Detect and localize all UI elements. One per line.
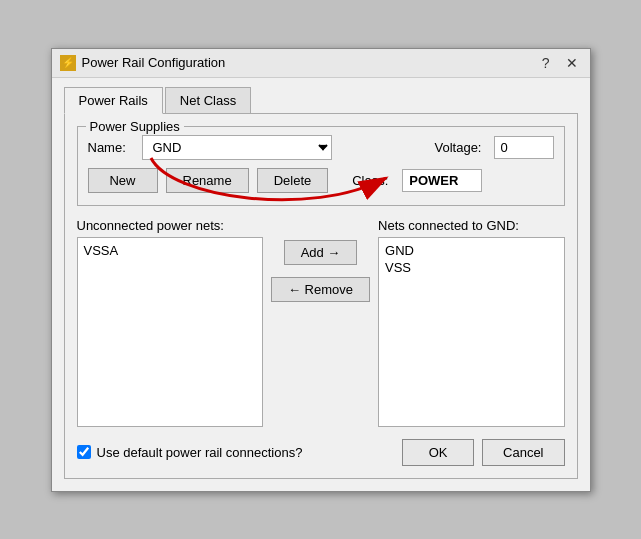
name-select-wrapper: GND — [142, 135, 332, 160]
rename-button[interactable]: Rename — [166, 168, 249, 193]
new-button[interactable]: New — [88, 168, 158, 193]
buttons-class-row: New Rename Delete Class: — [88, 168, 554, 193]
middle-buttons: Add → ← Remove — [271, 218, 370, 302]
default-connections-checkbox[interactable] — [77, 445, 91, 459]
tab-net-class[interactable]: Net Class — [165, 87, 251, 114]
connected-panel: Nets connected to GND: GND VSS — [378, 218, 564, 427]
checkbox-row: Use default power rail connections? — [77, 445, 303, 460]
title-bar-left: ⚡ Power Rail Configuration — [60, 55, 226, 71]
tab-bar: Power Rails Net Class — [64, 86, 578, 113]
voltage-input[interactable] — [494, 136, 554, 159]
main-window: ⚡ Power Rail Configuration ? ✕ Power Rai… — [51, 48, 591, 492]
close-button[interactable]: ✕ — [562, 55, 582, 71]
class-input[interactable] — [402, 169, 482, 192]
checkbox-label[interactable]: Use default power rail connections? — [97, 445, 303, 460]
cancel-button[interactable]: Cancel — [482, 439, 564, 466]
connected-list[interactable]: GND VSS — [378, 237, 564, 427]
title-bar: ⚡ Power Rail Configuration ? ✕ — [52, 49, 590, 78]
window-title: Power Rail Configuration — [82, 55, 226, 70]
bottom-row: Use default power rail connections? OK C… — [77, 439, 565, 466]
unconnected-panel: Unconnected power nets: VSSA — [77, 218, 263, 427]
list-item[interactable]: GND — [383, 242, 559, 259]
middle-section: Add → ← Remove — [271, 218, 370, 302]
unconnected-list[interactable]: VSSA — [77, 237, 263, 427]
nets-area: Unconnected power nets: VSSA Add → ← Rem… — [77, 218, 565, 427]
group-label: Power Supplies — [86, 119, 184, 134]
delete-button[interactable]: Delete — [257, 168, 329, 193]
name-label: Name: — [88, 140, 130, 155]
help-button[interactable]: ? — [538, 55, 554, 71]
ok-button[interactable]: OK — [402, 439, 474, 466]
name-voltage-row: Name: GND Voltage: — [88, 135, 554, 160]
name-select[interactable]: GND — [142, 135, 332, 160]
unconnected-label: Unconnected power nets: — [77, 218, 263, 233]
power-supplies-group: Power Supplies Name: GND Voltage: New Re — [77, 126, 565, 206]
connected-label: Nets connected to GND: — [378, 218, 564, 233]
list-item[interactable]: VSSA — [82, 242, 258, 259]
add-button[interactable]: Add → — [284, 240, 358, 265]
tab-power-rails[interactable]: Power Rails — [64, 87, 163, 114]
window-content: Power Rails Net Class Power Supplies Nam… — [52, 78, 590, 491]
title-bar-right: ? ✕ — [538, 55, 582, 71]
voltage-label: Voltage: — [435, 140, 482, 155]
tab-content-power-rails: Power Supplies Name: GND Voltage: New Re — [64, 113, 578, 479]
remove-button[interactable]: ← Remove — [271, 277, 370, 302]
class-label: Class: — [352, 173, 394, 188]
list-item[interactable]: VSS — [383, 259, 559, 276]
window-icon: ⚡ — [60, 55, 76, 71]
ok-cancel-buttons: OK Cancel — [402, 439, 564, 466]
